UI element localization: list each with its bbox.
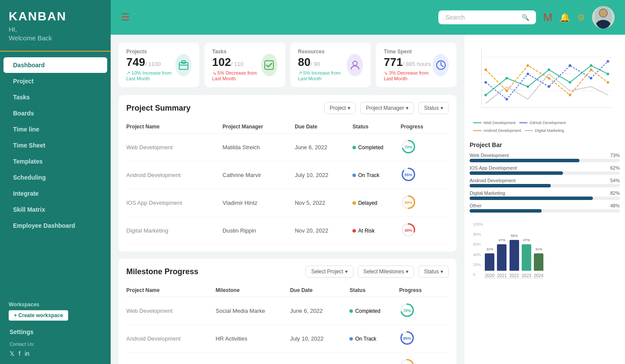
bar-label: IOS App Development xyxy=(470,165,517,171)
logo-area: KANBAN HI,Welcome Back xyxy=(0,0,111,46)
bar-label: Web Development xyxy=(470,153,509,158)
sidebar-divider xyxy=(0,51,111,52)
sidebar-item-employeedashboard[interactable]: Employee Dashboard xyxy=(3,218,107,233)
year-bar-chart: 31%202047%202155%202247%202331%2024 xyxy=(485,222,543,279)
contact-label: Contact Us: xyxy=(0,339,111,348)
milestone-status-filter-btn[interactable]: Status ▾ xyxy=(418,266,449,278)
bar-fill xyxy=(470,197,593,200)
bar-row: Web Development73% xyxy=(470,153,620,162)
svg-point-52 xyxy=(590,77,592,79)
main-area: ☰ Search 🔍 M 🔔 ⚙ xyxy=(111,0,625,364)
stat-tasks-change: ↘ 5% Decrease from Last Month xyxy=(212,70,261,81)
svg-text:85%: 85% xyxy=(403,336,411,341)
y-axis-labels: 100% 80% 60% 40% 20% 0 xyxy=(473,222,483,279)
milestone-progress-card: Milestone Progress Select Project ▾ Sele… xyxy=(118,259,457,364)
bar-fill xyxy=(470,159,579,162)
status-filter-btn[interactable]: Status ▾ xyxy=(418,102,449,114)
bar-row: IOS App Development62% xyxy=(470,165,620,175)
linkedin-icon[interactable]: in xyxy=(25,350,30,357)
sidebar-item-templates[interactable]: Templates xyxy=(3,154,107,169)
bar-label: Other xyxy=(470,203,482,208)
facebook-icon[interactable]: f xyxy=(19,350,20,357)
due-date-cell: Nov 5, 2022 xyxy=(295,200,352,206)
project-bar-section: Project Bar Web Development73% IOS App D… xyxy=(470,141,620,213)
search-box[interactable]: Search 🔍 xyxy=(438,10,536,24)
bar-track xyxy=(470,197,620,200)
svg-point-45 xyxy=(590,64,592,67)
select-milestones-filter-btn[interactable]: Select Milestones ▾ xyxy=(358,266,414,278)
search-input[interactable]: Search xyxy=(445,14,518,21)
hamburger-icon[interactable]: ☰ xyxy=(121,12,130,23)
twitter-icon[interactable]: 𝕏 xyxy=(10,350,14,357)
sidebar-item-integrate[interactable]: Integrate xyxy=(3,186,107,201)
table-row: Android Development Cathrine Marvir July… xyxy=(126,161,449,189)
sidebar-item-tasks[interactable]: Tasks xyxy=(3,89,107,105)
manager-cell: Matilda Streich xyxy=(223,144,295,151)
sidebar-item-dashboard[interactable]: Dashboard xyxy=(3,57,107,73)
stat-projects: Projects 749/ 1100 ↗ 10% Increase from L… xyxy=(118,43,199,87)
due-date-cell: July 10, 2022 xyxy=(295,172,352,178)
create-workspace-button[interactable]: + Create workspace xyxy=(9,310,68,321)
legend-android: Android Development xyxy=(473,128,521,133)
sidebar-item-timesheet[interactable]: Time Sheet xyxy=(3,138,107,153)
stat-timespent-icon xyxy=(433,54,449,76)
svg-text:70%: 70% xyxy=(405,145,412,149)
bar-pct-label: 47% xyxy=(523,238,530,242)
sidebar-item-project[interactable]: Project xyxy=(3,73,107,89)
app-name: KANBAN xyxy=(9,10,102,23)
table-row: Android Development HR Activities July 1… xyxy=(126,325,449,353)
svg-point-9 xyxy=(353,61,357,66)
sidebar-item-settings[interactable]: Settings xyxy=(0,325,111,339)
svg-point-49 xyxy=(526,73,529,75)
line-chart-area: Web Development GitHub Development Andro… xyxy=(470,40,620,136)
gmail-icon[interactable]: M xyxy=(543,11,553,24)
select-project-filter-btn[interactable]: Select Project ▾ xyxy=(306,266,353,278)
bar-track xyxy=(470,184,620,187)
stat-tasks-denom: / 110 xyxy=(231,61,243,67)
progress-cell: 50% xyxy=(401,194,449,211)
table-row: IOS App Development Software Architectu … xyxy=(126,353,449,364)
sidebar-item-skillmatrix[interactable]: Skill Matrix xyxy=(3,202,107,217)
svg-point-53 xyxy=(607,60,609,62)
project-summary-card: Project Summary Project ▾ Project Manage… xyxy=(118,95,457,252)
right-panel: Web Development GitHub Development Andro… xyxy=(464,35,625,364)
sidebar-item-timeline[interactable]: Time line xyxy=(3,121,107,137)
bar-row: Digital Marketing82% xyxy=(470,190,620,200)
legend-digital: Digital Marketing xyxy=(525,128,564,133)
stat-timespent-label: Time Spent xyxy=(384,49,433,55)
manager-cell: Dustin Rippin xyxy=(223,227,295,234)
bar-pct-label: 31% xyxy=(535,247,542,251)
gear-icon[interactable]: ⚙ xyxy=(577,12,585,23)
sidebar-bottom: Workspaces + Create workspace xyxy=(0,297,111,325)
project-bar-title: Project Bar xyxy=(470,141,620,148)
sidebar-item-boards[interactable]: Boards xyxy=(3,105,107,121)
svg-point-43 xyxy=(548,69,550,71)
content-area: Projects 749/ 1100 ↗ 10% Increase from L… xyxy=(111,35,625,364)
bar-pct: 73% xyxy=(610,153,620,158)
stat-timespent-denom: / 885 hours xyxy=(403,61,431,67)
avatar[interactable] xyxy=(592,6,615,29)
project-summary-title: Project Summary xyxy=(126,104,320,113)
bar-pct: 82% xyxy=(610,190,620,196)
stat-resources: Resources 80/ 90 ↗ 5% Increase from Last… xyxy=(290,43,371,87)
svg-text:70%: 70% xyxy=(403,308,411,313)
bell-icon[interactable]: 🔔 xyxy=(559,12,570,23)
progress-cell: 70% xyxy=(399,302,449,319)
bar-fill xyxy=(470,184,551,187)
project-name-cell: Web Development xyxy=(126,144,223,151)
legend-webdev: Web Development xyxy=(473,121,516,125)
svg-point-57 xyxy=(548,77,550,79)
svg-point-48 xyxy=(506,98,508,101)
status-dot xyxy=(349,309,353,313)
project-manager-filter-btn[interactable]: Project Manager ▾ xyxy=(360,102,414,114)
bar-segment: 55% xyxy=(510,240,519,271)
project-name-cell: Android Development xyxy=(126,335,216,342)
sidebar-item-scheduling[interactable]: Scheduling xyxy=(3,170,107,185)
project-filter-btn[interactable]: Project ▾ xyxy=(324,102,356,114)
bar-segment: 31% xyxy=(534,253,543,271)
project-bars: Web Development73% IOS App Development62… xyxy=(470,153,620,213)
table-row: Web Development Matilda Streich June 6, … xyxy=(126,134,449,161)
bar-pct-label: 55% xyxy=(511,234,518,238)
stat-tasks: Tasks 102/ 110 ↘ 5% Decrease from Last M… xyxy=(204,43,285,87)
svg-point-50 xyxy=(548,85,550,88)
